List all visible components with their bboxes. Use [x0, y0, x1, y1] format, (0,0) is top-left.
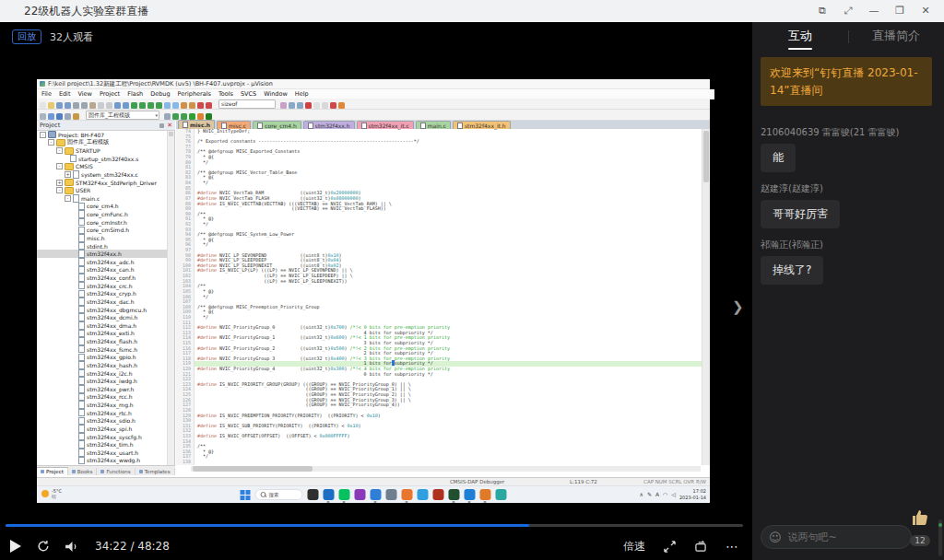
tree-item-label: 固件库_工程模版	[67, 138, 109, 146]
tree-item-label: stm32f4xx_adc.h	[87, 259, 134, 265]
editor-tab-label: misc.h	[190, 122, 210, 128]
taskbar-center: 搜索	[241, 489, 507, 500]
chat-input-bar[interactable]: ☺	[761, 525, 912, 549]
tree-item: stdint.h	[37, 242, 169, 251]
file-icon	[78, 369, 85, 378]
tree-item: stm32f4xx_can.h	[37, 266, 169, 274]
tree-expander-icon: -	[56, 187, 63, 193]
tree-item: stm32f4xx_dbgmcu.h	[37, 306, 169, 314]
system-tray: ∧✎A◠◁ 17:02 2023-01-14	[640, 488, 706, 500]
rotate-screen-button[interactable]	[694, 541, 707, 553]
editor-tab: misc.h	[178, 120, 215, 129]
editor-tab: core_cm4.h	[253, 121, 301, 129]
tree-item: stm32f4xx_usart.h	[37, 449, 169, 457]
welcome-banner: 欢迎来到“钉钉直播 2023-01-14”直播间	[761, 57, 932, 106]
panel-tab-books: Books	[68, 468, 98, 475]
chat-message-bubble: 掉线了?	[761, 256, 823, 285]
video-stage[interactable]: 回放 32人观看 F:\keil project\1.32新建工程\Projec…	[0, 22, 752, 560]
paste-icon	[89, 102, 96, 109]
more-options-button[interactable]: ⋯	[726, 539, 739, 554]
editor-vertical-scrollbar	[702, 129, 710, 465]
player-controls: 34:22 / 48:28 倍速 ⋯	[0, 532, 752, 560]
minimize-icon[interactable]: —	[861, 0, 887, 22]
prev-bookmark-icon	[139, 102, 146, 109]
chat-scrollbar[interactable]	[938, 519, 942, 556]
replay-button[interactable]	[37, 540, 50, 553]
tab-interaction[interactable]: 互动	[752, 22, 848, 52]
office-app-icon	[402, 489, 413, 500]
taskbar-search-label: 搜索	[269, 492, 279, 498]
tree-item: -USER	[37, 186, 169, 194]
chat-app-icon	[496, 489, 507, 500]
editor-tab-label: stm32f4xx.h	[315, 122, 350, 129]
manage-run-time-icon	[197, 113, 204, 120]
tree-item: stm32f4xx_dac.h	[37, 298, 169, 306]
tree-item-label: stm32f4xx_syscfg.h	[87, 434, 142, 440]
find-in-files-icon	[280, 102, 287, 109]
tree-item-label: STM32F4xx_StdPeriph_Driver	[76, 180, 157, 186]
editor-tab-label: misc.c	[229, 122, 246, 129]
chat-collapse-chevron-icon[interactable]: ❯	[732, 298, 744, 315]
redo-icon	[106, 102, 112, 109]
chip-icon	[48, 131, 56, 138]
tree-item-label: stm32f4xx_rng.h	[87, 402, 134, 408]
tree-expander-icon: +	[65, 171, 71, 178]
tree-item-label: CMSIS	[76, 163, 93, 169]
editor-tab: main.c	[416, 121, 451, 129]
tree-item-label: stm32f4xx_flash.h	[87, 338, 137, 344]
file-icon	[78, 282, 85, 290]
tree-item-label: core_cm4.h	[87, 203, 119, 209]
file-icon	[78, 345, 85, 354]
tree-item: stm32f4xx.h	[37, 250, 169, 258]
maximize-icon[interactable]: ❐	[887, 0, 913, 22]
speed-button[interactable]: 倍速	[623, 539, 645, 554]
chat-input[interactable]	[786, 531, 903, 544]
tree-expander-icon: -	[56, 163, 63, 169]
tree-item: -CMSIS	[37, 163, 169, 171]
tree-item: core_cmInstr.h	[37, 218, 169, 227]
tree-item: core_cm4.h	[37, 203, 169, 211]
start-debug-icon	[305, 102, 312, 109]
code-area: 74} NVIC_InitTypeDef;75 76/* Exported co…	[176, 129, 702, 465]
seek-bar[interactable]	[6, 524, 743, 527]
like-button[interactable]: 12	[908, 508, 932, 547]
batch-build-icon	[65, 113, 71, 120]
tree-item-label: stm32f4xx_gpio.h	[87, 354, 136, 360]
emoji-icon[interactable]: ☺	[769, 531, 782, 543]
file-icon	[78, 266, 85, 274]
file-icon	[78, 385, 85, 393]
panel-tab-label: Books	[77, 469, 93, 474]
translate-icon	[40, 113, 46, 120]
vscode-icon	[465, 489, 476, 500]
file-icon	[78, 274, 85, 282]
tree-item: +STM32F4xx_StdPeriph_Driver	[37, 179, 169, 187]
menu-svcs: SVCS	[241, 90, 256, 98]
document-icon	[308, 122, 313, 129]
tree-item-label: stm32f4xx_usart.h	[87, 449, 138, 456]
uvision-app-icon	[40, 81, 45, 87]
file-icon	[78, 425, 85, 433]
tree-item-label: stdint.h	[87, 243, 108, 250]
panel-tab-icon	[72, 470, 76, 473]
ide-title-text: F:\keil project\1.32新建工程\Project\RVMDK (…	[48, 80, 273, 88]
tree-item-label: main.c	[81, 195, 100, 202]
tree-item: stm32f4xx_pwr.h	[37, 385, 169, 393]
tree-item: -固件库_工程模版	[37, 139, 169, 147]
navigate-back-icon	[114, 102, 121, 109]
start-button-icon	[241, 490, 251, 500]
screenshare-video-frame: F:\keil project\1.32新建工程\Project\RVMDK (…	[37, 79, 710, 503]
tree-item-label: misc.h	[87, 235, 105, 241]
tab-live-intro[interactable]: 直播简介	[848, 22, 944, 52]
copy-icon	[81, 102, 88, 109]
tree-item: stm32f4xx_adc.h	[37, 258, 169, 266]
screen-cast-icon[interactable]: ⧉	[809, 0, 835, 22]
search-icon	[261, 492, 266, 497]
tray-chevron-icon: ∧	[640, 491, 643, 497]
fullscreen-button[interactable]	[664, 541, 676, 553]
tree-expander-icon: -	[65, 195, 71, 202]
volume-button[interactable]	[65, 541, 79, 553]
close-icon[interactable]: ✕	[913, 0, 938, 22]
resize-icon[interactable]: ⤢	[835, 0, 861, 22]
play-button[interactable]	[9, 540, 21, 553]
file-icon	[78, 298, 85, 306]
